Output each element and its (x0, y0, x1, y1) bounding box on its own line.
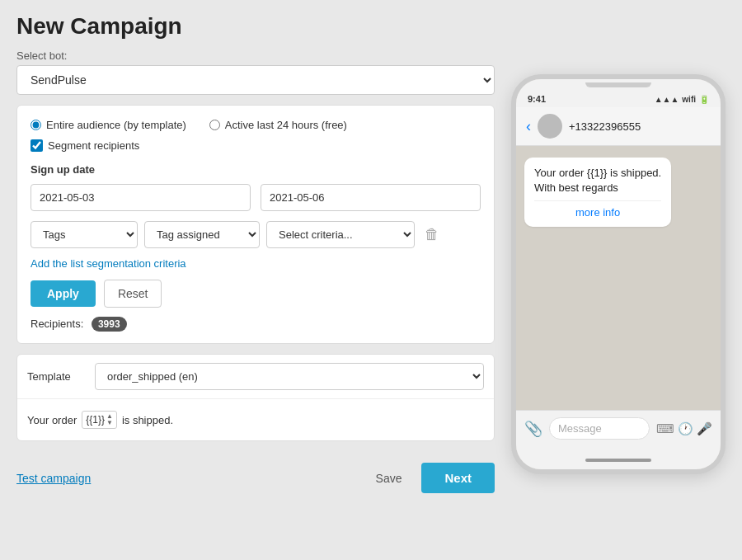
filter-criteria-select[interactable]: Select criteria... (266, 221, 415, 248)
phone-time: 9:41 (528, 94, 546, 104)
phone-chat-header: ‹ +13322396555 (516, 107, 721, 146)
contact-avatar (538, 114, 562, 139)
phone-chat-body: Your order {{1}} is shipped. With best r… (516, 146, 721, 410)
phone-mockup: 9:41 ▲▲▲ wifi 🔋 ‹ +13322396555 Your orde… (511, 74, 726, 474)
attach-icon: 📎 (524, 420, 542, 438)
date-to-input[interactable] (261, 184, 481, 211)
message-before: Your order (27, 414, 77, 426)
test-campaign-button[interactable]: Test campaign (16, 472, 91, 485)
apply-button[interactable]: Apply (31, 280, 96, 307)
phone-status-bar: 9:41 ▲▲▲ wifi 🔋 (516, 89, 721, 107)
recipients-row: Recipients: 3993 (31, 318, 481, 330)
back-arrow-icon[interactable]: ‹ (526, 118, 531, 135)
battery-icon: 🔋 (699, 95, 709, 104)
page-title: New Campaign (16, 13, 726, 40)
phone-message-input[interactable]: Message (549, 417, 650, 440)
template-select[interactable]: order_shipped (en) (95, 363, 484, 390)
add-criteria-link[interactable]: Add the list segmentation criteria (31, 257, 186, 270)
chat-message-text: Your order {{1}} is shipped. With best r… (534, 166, 661, 195)
mic-icon: 🎤 (697, 421, 712, 436)
phone-home-bar (516, 446, 721, 469)
segment-recipients-label: Segment recipients (48, 139, 139, 152)
signal-icon: ▲▲▲ (655, 95, 679, 104)
message-after: is shipped. (122, 414, 173, 426)
template-card: Template order_shipped (en) Your order {… (16, 354, 495, 441)
phone-input-bar: 📎 Message ⌨ 🕐 🎤 (516, 410, 721, 446)
signup-date-title: Sign up date (31, 163, 481, 176)
recipients-badge: 3993 (92, 317, 127, 332)
bottom-bar: Test campaign Save Next (16, 451, 495, 493)
contact-phone-number: +13322396555 (569, 120, 641, 133)
bot-select[interactable]: SendPulse (16, 65, 495, 95)
save-button[interactable]: Save (364, 465, 414, 492)
chat-message-bubble: Your order {{1}} is shipped. With best r… (524, 158, 671, 227)
delete-filter-button[interactable]: 🗑 (421, 223, 443, 247)
more-info-link[interactable]: more info (534, 200, 661, 219)
audience-option-active[interactable]: Active last 24 hours (free) (209, 119, 347, 131)
variable-chip[interactable]: {{1}} ▲▼ (82, 411, 117, 429)
clock-icon: 🕐 (678, 421, 693, 436)
next-button[interactable]: Next (421, 463, 495, 493)
bot-select-label: Select bot: (16, 49, 495, 62)
filter-condition-select[interactable]: Tag assigned (144, 221, 260, 248)
segment-recipients-checkbox[interactable] (31, 139, 43, 152)
message-preview: Your order {{1}} ▲▼ is shipped. (17, 399, 494, 440)
audience-option-entire[interactable]: Entire audience (by template) (31, 119, 186, 131)
filter-tags-select[interactable]: Tags (31, 221, 138, 248)
keyboard-icon: ⌨ (656, 421, 674, 436)
template-label: Template (27, 370, 85, 383)
audience-card: Entire audience (by template) Active las… (16, 105, 495, 344)
reset-button[interactable]: Reset (104, 280, 162, 308)
date-from-input[interactable] (31, 184, 251, 211)
wifi-icon: wifi (682, 95, 696, 104)
